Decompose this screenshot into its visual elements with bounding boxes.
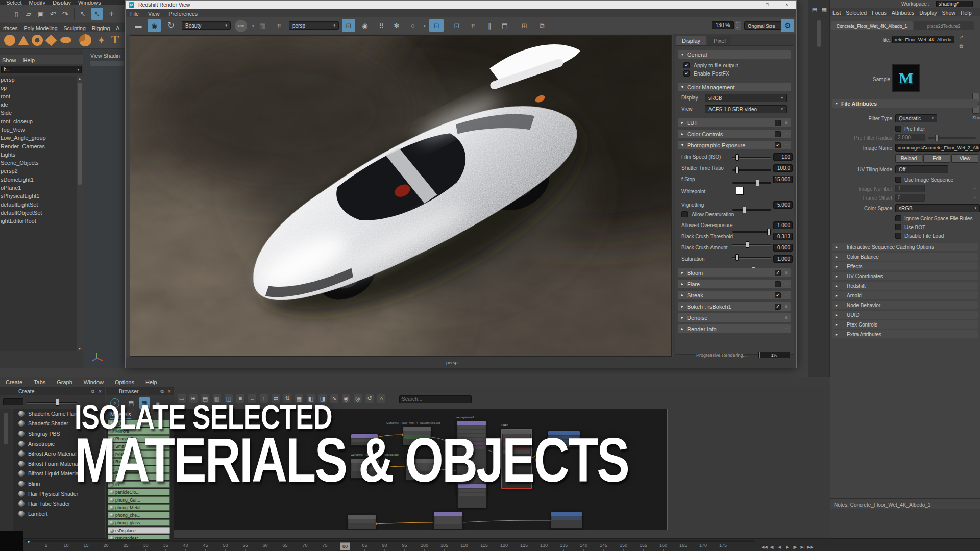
focus-node-icon[interactable]: ↗ (958, 34, 965, 41)
film-speed-field[interactable]: 100 (773, 153, 793, 161)
hypershade-menu-item[interactable]: Create (6, 379, 22, 385)
attribute-editor-menu-item[interactable]: List (832, 10, 841, 16)
slider-handle[interactable] (735, 154, 739, 161)
outliner-menu-item[interactable]: Help (23, 57, 35, 63)
crush-threshold-slider[interactable] (732, 244, 771, 245)
material-swatch-row[interactable]: phong_Metal (108, 504, 170, 511)
outliner-item[interactable]: ightEditorRoot (0, 217, 77, 225)
snapshot-freeze-icon[interactable]: ✻ (391, 21, 402, 30)
spinner-down-icon[interactable]: ▾ (736, 26, 738, 29)
shutter-field[interactable]: 100.0 (773, 164, 793, 172)
collapsed-section[interactable]: ▸ Redshift (832, 282, 978, 290)
section-flare[interactable]: ▸ Flare ≡ (678, 280, 791, 288)
lut-checkbox[interactable] (775, 120, 781, 126)
playback-button[interactable]: ◀| (768, 544, 776, 551)
outliner-item[interactable]: Lights (0, 151, 77, 159)
shelf-tab[interactable]: rfaces (3, 25, 18, 31)
outliner-item[interactable]: Top_View (0, 126, 77, 134)
attribute-editor-menu-item[interactable]: Attributes (892, 10, 914, 16)
maya-menu-item[interactable]: Display (53, 0, 71, 5)
section-color-management[interactable]: ▾ Color Management (678, 83, 791, 91)
scroll-down-icon[interactable]: ▾ (77, 346, 82, 351)
material-swatch-row[interactable]: phong_Car... (108, 496, 170, 504)
close-panel-icon[interactable]: × (99, 389, 102, 394)
uv-tiling-dropdown[interactable]: Off (895, 165, 948, 173)
chevron-down-icon[interactable]: ▾ (77, 68, 79, 72)
collapsed-section[interactable]: ▸ Ptex Controls (832, 320, 978, 329)
section-bloom[interactable]: ▸ Bloom ✓ ≡ (678, 268, 791, 277)
playback-button[interactable]: ◀ (776, 544, 783, 551)
display-colorspace-dropdown[interactable]: sRGB ▾ (705, 94, 787, 102)
render-view-menu-item[interactable]: Preferences (169, 11, 198, 17)
viewport-menu-clipped[interactable]: View Shadin (90, 53, 125, 59)
attribute-editor-menu-item[interactable]: Help (961, 10, 972, 16)
lasso-tool-icon[interactable]: ↖ (91, 8, 103, 20)
collapsed-section[interactable]: ▸ UV Coordinates (832, 272, 978, 280)
vignetting-slider[interactable] (732, 209, 771, 211)
outliner-item[interactable]: sPhysicalLight1 (0, 192, 77, 200)
poly-plane-icon[interactable] (45, 35, 57, 46)
maya-menu-item[interactable]: Select (6, 0, 22, 5)
attribute-editor-menu-item[interactable]: Show (942, 10, 955, 16)
outliner-item[interactable]: op (0, 84, 77, 92)
hypershade-menu-item[interactable]: Window (84, 379, 104, 385)
enable-postfx-checkbox[interactable]: ✓ (683, 70, 690, 77)
maximize-button[interactable]: □ (761, 1, 774, 8)
outliner-item[interactable]: sDomeLight1 (0, 176, 77, 184)
use-bot-checkbox[interactable] (895, 224, 901, 230)
new-scene-icon[interactable]: ▯ (11, 9, 21, 19)
section-streak[interactable]: ▸ Streak ✓ ≡ (678, 291, 791, 299)
crush-amount-slider[interactable] (732, 257, 771, 258)
float-panel-icon[interactable]: ⧉ (91, 389, 94, 394)
section-bokeh[interactable]: ▸ Bokeh : rsBokeh1 ✓ ≡ (678, 302, 791, 311)
preset-menu-icon[interactable]: ≡ (785, 282, 788, 287)
timeline-tick[interactable]: 170 (693, 543, 713, 551)
outliner-item[interactable]: ide (0, 101, 77, 109)
fstop-field[interactable]: 15.000 (773, 176, 793, 183)
use-image-sequence-checkbox[interactable] (895, 177, 901, 183)
collapsed-section[interactable]: ▸ Extra Attributes (832, 330, 978, 338)
section-lut[interactable]: ▸ LUT ≡ (678, 118, 791, 127)
outliner-item[interactable]: persp (0, 76, 77, 84)
collapsed-section[interactable]: ▸ Arnold (832, 291, 978, 299)
show-input-output-icon[interactable]: ⧉ (958, 43, 965, 50)
timeline-tick[interactable]: 15 (76, 543, 96, 551)
star-primitive-icon[interactable]: ✦ (97, 34, 106, 46)
outliner-item[interactable]: defaultLightSet (0, 200, 77, 208)
redo-icon[interactable]: ↷ (60, 9, 70, 19)
attribute-editor-menu-item[interactable]: Display (919, 10, 937, 16)
preset-menu-icon[interactable]: ≡ (785, 315, 788, 320)
texture-sample-swatch[interactable]: M (892, 64, 920, 92)
slider-handle[interactable] (767, 229, 771, 235)
timeline-tick[interactable]: 155 (633, 543, 653, 551)
remap-node-3[interactable] (433, 511, 463, 530)
timeline-tick[interactable]: 105 (434, 543, 454, 551)
close-panel-icon[interactable]: × (168, 389, 171, 394)
timeline-tick[interactable]: 125 (514, 543, 534, 551)
timeline-tick[interactable]: 5 (36, 543, 56, 551)
hypershade-menu-item[interactable]: Graph (57, 379, 72, 385)
zoom-spinner[interactable]: ▴ ▾ (735, 21, 741, 30)
file-node-3[interactable] (348, 514, 376, 530)
node-editor-tool-icon[interactable]: ◎ (354, 394, 362, 403)
float-panel-icon[interactable]: ⧉ (160, 389, 163, 394)
timeline-tick[interactable]: 40 (176, 543, 195, 551)
panel-grid-icon[interactable]: ▦ (820, 5, 828, 13)
slider-handle[interactable] (756, 180, 760, 186)
range-slider[interactable] (23, 540, 755, 542)
rs-material-node-2[interactable] (551, 511, 582, 529)
section-render-info[interactable]: ▸ Render Info ≡ (678, 324, 791, 333)
playback-button[interactable]: ▶| (799, 544, 806, 551)
collapsed-section[interactable]: ▸ UUID (832, 311, 978, 319)
timeline-tick[interactable]: 25 (116, 543, 136, 551)
timeline-tick[interactable]: 110 (454, 543, 474, 551)
timeline-tick[interactable]: 135 (554, 543, 574, 551)
timeline-tick[interactable]: 30 (136, 543, 156, 551)
image-number-field[interactable]: 1 (895, 185, 925, 192)
node-editor-tool-icon[interactable]: ⌂ (377, 394, 385, 403)
bloom-checkbox[interactable]: ✓ (775, 270, 781, 276)
attribute-editor-menu-item[interactable]: Focus (872, 10, 887, 16)
crush-threshold-field[interactable]: 0.313 (773, 233, 793, 240)
timeline-tick[interactable]: 145 (594, 543, 614, 551)
film-speed-slider[interactable] (732, 157, 771, 158)
